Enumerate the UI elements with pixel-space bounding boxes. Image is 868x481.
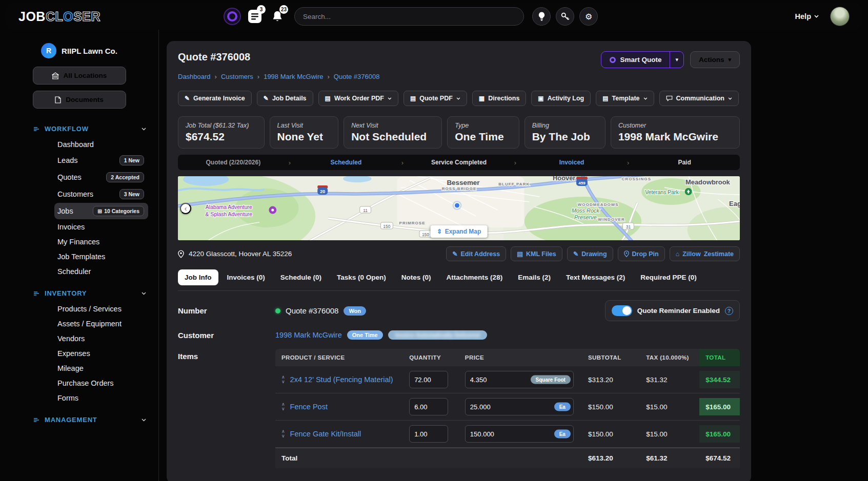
map-label-adventure-1: Alabama Adventure xyxy=(206,204,252,210)
reorder-handle[interactable]: ∧∨ xyxy=(281,402,285,411)
company-name: RIIPL Lawn Co. xyxy=(62,47,117,55)
tab-required-ppe[interactable]: Required PPE (0) xyxy=(634,269,703,285)
items-row: Items PRODUCT / SERVICE QUANTITY PRICE S… xyxy=(178,349,740,468)
product-link[interactable]: Fence Gate Kit/Install xyxy=(290,430,361,438)
tab-notes[interactable]: Notes (0) xyxy=(395,269,438,285)
location-map[interactable]: 20 459 11 150 150 xyxy=(178,176,740,240)
step-scheduled[interactable]: Scheduled xyxy=(291,159,401,166)
api-keys-button[interactable] xyxy=(556,7,574,26)
product-link[interactable]: 2x4 12' Stud (Fencing Material) xyxy=(290,375,393,384)
tab-tasks[interactable]: Tasks (0 Open) xyxy=(330,269,393,285)
tab-job-info[interactable]: Job Info xyxy=(178,269,218,285)
chevron-down-icon xyxy=(456,97,460,100)
document-icon xyxy=(55,96,61,103)
quote-reminder-toggle[interactable] xyxy=(612,305,632,316)
app-logo[interactable]: JOBCLOSER xyxy=(18,9,100,24)
sidebar-item-quotes[interactable]: Quotes2 Accepted xyxy=(54,169,148,185)
reorder-handle[interactable]: ∧∨ xyxy=(281,429,285,438)
quantity-input[interactable] xyxy=(409,425,448,443)
kml-files-button[interactable]: ▤KML Files xyxy=(511,246,562,261)
map-pan-left-button[interactable]: ‹ xyxy=(180,203,191,214)
sidebar-item-assets-equipment[interactable]: Assets / Equipment xyxy=(54,317,148,331)
tab-schedule[interactable]: Schedule (0) xyxy=(274,269,328,285)
sidebar-item-expenses[interactable]: Expenses xyxy=(54,346,148,361)
settings-button[interactable]: ⚙ xyxy=(579,7,598,26)
user-avatar[interactable] xyxy=(830,7,850,26)
breadcrumb-dashboard[interactable]: Dashboard xyxy=(178,73,211,80)
unit-badge: Ea xyxy=(554,430,571,438)
total-value: $344.52 xyxy=(699,371,740,388)
sidebar-item-customers[interactable]: Customers3 New xyxy=(54,186,148,202)
tax-value: $15.00 xyxy=(640,403,699,411)
footer-tax: $61.32 xyxy=(640,454,699,462)
section-inventory[interactable]: INVENTORY xyxy=(0,279,158,301)
drawing-button[interactable]: ✎Drawing xyxy=(567,246,613,261)
quantity-input[interactable] xyxy=(409,371,448,388)
status-dot xyxy=(275,308,280,313)
drop-pin-button[interactable]: Drop Pin xyxy=(618,246,665,261)
sidebar-item-dashboard[interactable]: Dashboard xyxy=(54,137,148,152)
smart-quote-caret[interactable]: ▾ xyxy=(670,52,683,68)
tab-invoices[interactable]: Invoices (0) xyxy=(220,269,272,285)
address-buttons: ✎Edit Address ▤KML Files ✎Drawing Drop P… xyxy=(446,246,740,261)
sidebar-item-leads[interactable]: Leads1 New xyxy=(54,152,148,169)
company-switcher[interactable]: R RIIPL Lawn Co. xyxy=(0,43,158,58)
directions-button[interactable]: ▦Directions xyxy=(472,91,526,106)
address-row: 4220 Glasscott, Hoover AL 35226 ✎Edit Ad… xyxy=(178,246,740,261)
sidebar-item-mileage[interactable]: Mileage xyxy=(54,361,148,375)
expand-map-button[interactable]: ⇕ Expand Map xyxy=(431,225,488,238)
reorder-handle[interactable]: ∧∨ xyxy=(281,375,285,384)
sidebar-item-jobs[interactable]: Jobs⊞10 Categories xyxy=(54,203,148,219)
section-management[interactable]: MANAGEMENT xyxy=(0,406,158,428)
step-invoiced[interactable]: Invoiced xyxy=(516,159,627,166)
notifications-button[interactable]: 23 xyxy=(269,8,286,25)
sidebar-item-scheduler[interactable]: Scheduler xyxy=(54,264,148,279)
map-label-meadowbrook: Meadowbrook xyxy=(685,178,730,186)
map-label-hoover: Hoover xyxy=(553,176,575,182)
search-input[interactable] xyxy=(294,7,524,26)
subtotal-value: $150.00 xyxy=(582,403,640,411)
zillow-zestimate-button[interactable]: ⌂ZillowZestimate xyxy=(670,246,740,261)
edit-address-button[interactable]: ✎Edit Address xyxy=(446,246,506,261)
sidebar-item-my-finances[interactable]: My Finances xyxy=(54,235,148,249)
smart-quote-button[interactable]: Smart Quote ▾ xyxy=(601,51,684,68)
sidebar-item-job-templates[interactable]: Job Templates xyxy=(54,249,148,264)
job-details-button[interactable]: ✎Job Details xyxy=(257,91,313,106)
work-order-pdf-button[interactable]: ▤Work Order PDF xyxy=(318,91,398,106)
help-tooltip-icon[interactable]: ? xyxy=(725,307,733,315)
template-button[interactable]: ▤Template xyxy=(596,91,654,106)
record-icon[interactable] xyxy=(224,8,241,25)
communication-button[interactable]: Communication xyxy=(659,91,739,106)
job-location-marker[interactable] xyxy=(454,203,460,208)
sidebar-item-purchase-orders[interactable]: Purchase Orders xyxy=(54,376,148,390)
breadcrumb-customers[interactable]: Customers xyxy=(221,73,253,80)
quote-pdf-button[interactable]: ▤Quote PDF xyxy=(403,91,467,106)
page-title: Quote #376008 xyxy=(178,51,250,63)
sidebar-item-invoices[interactable]: Invoices xyxy=(54,220,148,234)
all-locations-button[interactable]: All Locations xyxy=(33,67,126,85)
sidebar-item-products-services[interactable]: Products / Services xyxy=(54,302,148,316)
sidebar-item-forms[interactable]: Forms xyxy=(54,391,148,405)
activity-log-button[interactable]: ▣Activity Log xyxy=(531,91,591,106)
table-row: ∧∨ Fence Post Ea $150.00 $15.00 $165.00 xyxy=(275,393,740,421)
tab-text-messages[interactable]: Text Messages (2) xyxy=(559,269,632,285)
tab-attachments[interactable]: Attachments (28) xyxy=(440,269,510,285)
messages-button[interactable]: 3 xyxy=(246,8,264,25)
product-link[interactable]: Fence Post xyxy=(290,403,328,411)
tab-emails[interactable]: Emails (2) xyxy=(511,269,557,285)
map-label-veterans-park: Veterans Park xyxy=(645,190,679,195)
generate-invoice-button[interactable]: ✎Generate Invoice xyxy=(178,91,252,106)
help-menu[interactable]: Help xyxy=(795,12,819,20)
quantity-input[interactable] xyxy=(409,398,448,415)
section-workflow[interactable]: WORKFLOW xyxy=(0,115,158,137)
breadcrumb-quote[interactable]: Quote #376008 xyxy=(334,73,380,80)
breadcrumb-customer[interactable]: 1998 Mark McGwire xyxy=(264,73,323,80)
card-next-visit: Next VisitNot Scheduled xyxy=(344,116,442,149)
card-job-total: Job Total ($61.32 Tax)$674.52 xyxy=(178,116,265,149)
ideas-button[interactable] xyxy=(532,7,551,26)
speech-bubble-icon xyxy=(666,95,673,101)
actions-button[interactable]: Actions ▾ xyxy=(690,51,740,68)
documents-button[interactable]: Documents xyxy=(33,91,126,109)
customer-link[interactable]: 1998 Mark McGwire xyxy=(275,331,342,339)
sidebar-item-vendors[interactable]: Vendors xyxy=(54,331,148,346)
